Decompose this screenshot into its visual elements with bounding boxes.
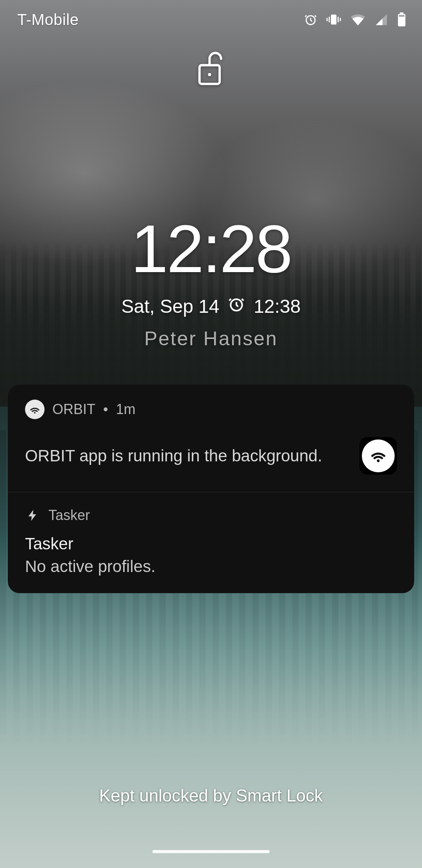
- battery-icon: [397, 12, 406, 27]
- owner-label: Peter Hansen: [144, 327, 278, 350]
- svg-point-12: [34, 412, 36, 414]
- alarm-time-label: 12:38: [254, 296, 300, 317]
- notification-app-name: ORBIT: [52, 401, 95, 418]
- svg-rect-2: [329, 17, 330, 22]
- notification-header: Tasker: [25, 507, 397, 524]
- alarm-next-icon: [228, 296, 245, 317]
- notification-separator: •: [103, 401, 108, 418]
- wifi-icon: [350, 13, 366, 26]
- clock-time: 12:28: [131, 215, 291, 282]
- svg-rect-8: [399, 15, 404, 17]
- notification-title: Tasker: [25, 534, 397, 553]
- svg-point-13: [377, 459, 380, 462]
- alarm-icon: [304, 13, 317, 26]
- notification-body: No active profiles.: [25, 557, 397, 576]
- svg-rect-5: [340, 18, 341, 22]
- notification-header: ORBIT • 1m: [25, 400, 397, 419]
- bolt-icon: [25, 508, 41, 523]
- status-bar: T-Mobile: [0, 0, 422, 39]
- carrier-label: T-Mobile: [17, 11, 79, 29]
- notification-large-icon: [359, 437, 397, 475]
- orbit-app-icon: [25, 400, 45, 419]
- vibrate-icon: [326, 13, 342, 26]
- nav-handle[interactable]: [152, 850, 270, 853]
- notification-tasker[interactable]: Tasker Tasker No active profiles.: [8, 492, 414, 593]
- svg-point-10: [208, 73, 211, 76]
- notification-age: 1m: [116, 401, 136, 418]
- svg-rect-4: [338, 17, 339, 22]
- date-label: Sat, Sep 14: [122, 296, 220, 317]
- svg-rect-7: [400, 13, 404, 14]
- notification-stack: ORBIT • 1m ORBIT app is running in the b…: [8, 385, 414, 593]
- notification-body: ORBIT app is running in the background.: [25, 445, 322, 467]
- svg-rect-1: [331, 14, 336, 25]
- svg-rect-3: [327, 18, 328, 22]
- date-row: Sat, Sep 14 12:38: [122, 296, 301, 317]
- status-icons: [304, 12, 406, 27]
- lock-screen: T-Mobile 12:28: [0, 0, 422, 868]
- smart-lock-label: Kept unlocked by Smart Lock: [0, 786, 422, 805]
- unlock-icon[interactable]: [195, 51, 227, 88]
- notification-orbit[interactable]: ORBIT • 1m ORBIT app is running in the b…: [8, 385, 414, 492]
- signal-icon: [374, 13, 388, 26]
- clock-block: 12:28 Sat, Sep 14 12:38 Peter Hansen: [0, 215, 422, 350]
- notification-app-name: Tasker: [48, 507, 90, 524]
